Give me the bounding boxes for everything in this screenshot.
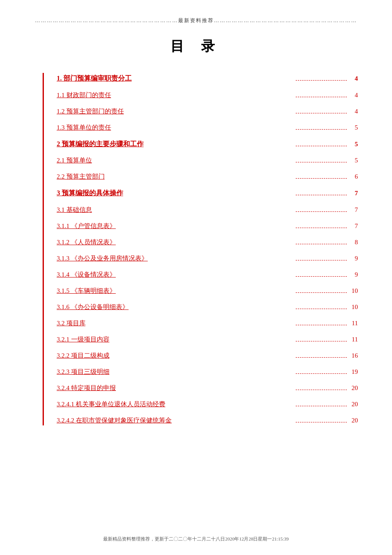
- toc-text-15: 3.1.6 《办公设备明细表》: [57, 302, 293, 312]
- toc-text-12: 3.1.3 《办公及业务用房情况表》: [57, 253, 293, 263]
- toc-dots-9: [296, 211, 347, 212]
- toc-dots-12: [296, 260, 347, 260]
- toc-text-2: 1.1 财政部门的责任: [57, 90, 293, 100]
- toc-item-22: 3.2.4.2 在职市管保健对象医疗保健统筹金20: [57, 415, 358, 425]
- toc-page-7: 6: [349, 171, 358, 182]
- toc-page-18: 16: [349, 350, 358, 361]
- toc-page-16: 11: [349, 318, 358, 328]
- toc-page-19: 19: [349, 367, 358, 377]
- toc-container: 1. 部门预算编审职责分工41.1 财政部门的责任41.2 预算主管部门的责任4…: [43, 73, 358, 425]
- toc-text-20: 3.2.4 特定项目的申报: [57, 383, 293, 393]
- toc-dots-4: [296, 129, 347, 130]
- toc-item-18: 3.2.2 项目二级构成16: [57, 350, 358, 361]
- toc-item-20: 3.2.4 特定项目的申报20: [57, 383, 358, 393]
- toc-item-14: 3.1.5 《车辆明细表》10: [57, 286, 358, 296]
- toc-item-17: 3.2.1 一级项目内容11: [57, 334, 358, 344]
- toc-dots-15: [296, 309, 347, 309]
- toc-item-9: 3.1 基础信息7: [57, 205, 358, 215]
- toc-item-8: 3 预算编报的具体操作7: [57, 188, 358, 199]
- toc-item-21: 3.2.4.1 机关事业单位退休人员活动经费20: [57, 399, 358, 409]
- toc-item-2: 1.1 财政部门的责任4: [57, 90, 358, 100]
- toc-dots-7: [296, 178, 347, 179]
- toc-text-17: 3.2.1 一级项目内容: [57, 334, 293, 344]
- toc-text-11: 3.1.2 《人员情况表》: [57, 237, 293, 247]
- toc-page-15: 10: [349, 302, 358, 312]
- toc-page-5: 5: [349, 139, 358, 149]
- toc-dots-2: [296, 97, 347, 97]
- toc-page-22: 20: [349, 415, 358, 425]
- toc-page-4: 5: [349, 122, 358, 133]
- toc-page-14: 10: [349, 286, 358, 296]
- toc-text-1: 1. 部门预算编审职责分工: [57, 73, 293, 84]
- toc-item-19: 3.2.3 项目三级明细19: [57, 367, 358, 377]
- toc-dots-8: [296, 195, 347, 195]
- toc-text-19: 3.2.3 项目三级明细: [57, 367, 293, 377]
- toc-page-21: 20: [349, 399, 358, 409]
- toc-page-9: 7: [349, 205, 358, 215]
- toc-dots-1: [296, 80, 347, 81]
- toc-text-18: 3.2.2 项目二级构成: [57, 350, 293, 361]
- toc-dots-17: [296, 341, 347, 341]
- toc-page-3: 4: [349, 106, 358, 116]
- toc-dots-21: [296, 406, 347, 406]
- footer: 最新精品资料整理推荐，更新于二〇二〇年十二月二十八日2020年12月28日星期一…: [0, 536, 392, 542]
- toc-dots-22: [296, 422, 347, 422]
- toc-page-10: 7: [349, 221, 358, 231]
- toc-text-6: 2.1 预算单位: [57, 155, 293, 165]
- toc-page-6: 5: [349, 155, 358, 165]
- toc-text-21: 3.2.4.1 机关事业单位退休人员活动经费: [57, 399, 293, 409]
- toc-page-12: 9: [349, 253, 358, 263]
- toc-page-1: 4: [349, 73, 358, 84]
- top-divider: ………………………………………………………………最新资料推荐……………………………: [34, 17, 358, 24]
- toc-item-4: 1.3 预算单位的责任5: [57, 122, 358, 133]
- toc-item-10: 3.1.1 《户管信息表》7: [57, 221, 358, 231]
- toc-dots-3: [296, 113, 347, 113]
- toc-dots-20: [296, 390, 347, 390]
- toc-text-4: 1.3 预算单位的责任: [57, 122, 293, 133]
- toc-page-11: 8: [349, 237, 358, 247]
- toc-dots-14: [296, 292, 347, 293]
- toc-dots-11: [296, 244, 347, 244]
- toc-text-7: 2.2 预算主管部门: [57, 171, 293, 182]
- page: ………………………………………………………………最新资料推荐……………………………: [0, 0, 392, 555]
- toc-dots-13: [296, 276, 347, 277]
- toc-page-20: 20: [349, 383, 358, 393]
- toc-page-17: 11: [349, 334, 358, 344]
- toc-text-5: 2 预算编报的主要步骤和工作: [57, 139, 293, 150]
- toc-page-2: 4: [349, 90, 358, 100]
- toc-dots-6: [296, 162, 347, 162]
- toc-item-7: 2.2 预算主管部门6: [57, 171, 358, 182]
- toc-text-3: 1.2 预算主管部门的责任: [57, 106, 293, 116]
- toc-item-16: 3.2 项目库11: [57, 318, 358, 328]
- toc-text-22: 3.2.4.2 在职市管保健对象医疗保健统筹金: [57, 415, 293, 425]
- toc-dots-18: [296, 357, 347, 358]
- toc-text-16: 3.2 项目库: [57, 318, 293, 328]
- toc-dots-5: [296, 146, 347, 146]
- toc-text-13: 3.1.4 《设备情况表》: [57, 269, 293, 280]
- toc-item-1: 1. 部门预算编审职责分工4: [57, 73, 358, 84]
- toc-item-12: 3.1.3 《办公及业务用房情况表》9: [57, 253, 358, 263]
- toc-page-8: 7: [349, 188, 358, 198]
- toc-dots-10: [296, 228, 347, 228]
- toc-item-13: 3.1.4 《设备情况表》9: [57, 269, 358, 280]
- toc-dots-19: [296, 373, 347, 374]
- toc-item-15: 3.1.6 《办公设备明细表》10: [57, 302, 358, 312]
- toc-page-13: 9: [349, 269, 358, 280]
- toc-item-11: 3.1.2 《人员情况表》8: [57, 237, 358, 247]
- toc-item-5: 2 预算编报的主要步骤和工作5: [57, 139, 358, 150]
- toc-item-6: 2.1 预算单位5: [57, 155, 358, 165]
- toc-text-14: 3.1.5 《车辆明细表》: [57, 286, 293, 296]
- toc-text-10: 3.1.1 《户管信息表》: [57, 221, 293, 231]
- toc-text-9: 3.1 基础信息: [57, 205, 293, 215]
- toc-dots-16: [296, 325, 347, 325]
- toc-text-8: 3 预算编报的具体操作: [57, 188, 293, 199]
- page-title: 目 录: [34, 37, 358, 56]
- toc-item-3: 1.2 预算主管部门的责任4: [57, 106, 358, 116]
